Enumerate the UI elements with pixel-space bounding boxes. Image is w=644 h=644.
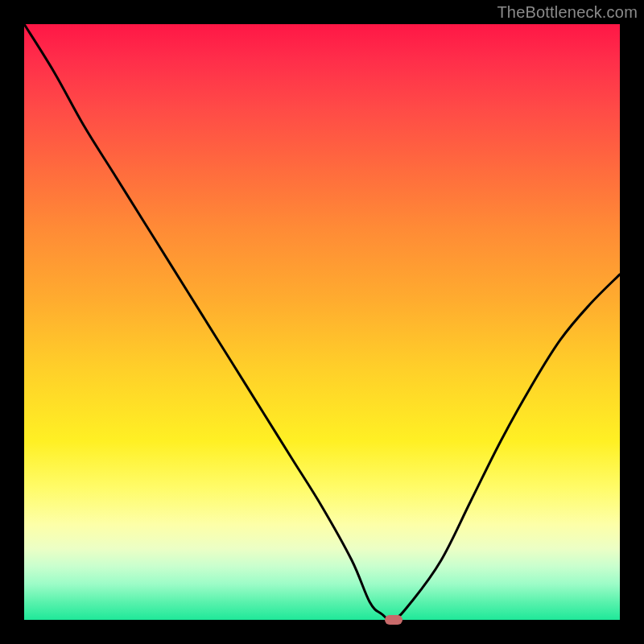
- minimum-marker: [385, 615, 402, 625]
- chart-frame: TheBottleneck.com: [0, 0, 644, 644]
- watermark-text: TheBottleneck.com: [497, 3, 638, 22]
- plot-area: [24, 24, 620, 620]
- bottleneck-curve: [24, 24, 620, 620]
